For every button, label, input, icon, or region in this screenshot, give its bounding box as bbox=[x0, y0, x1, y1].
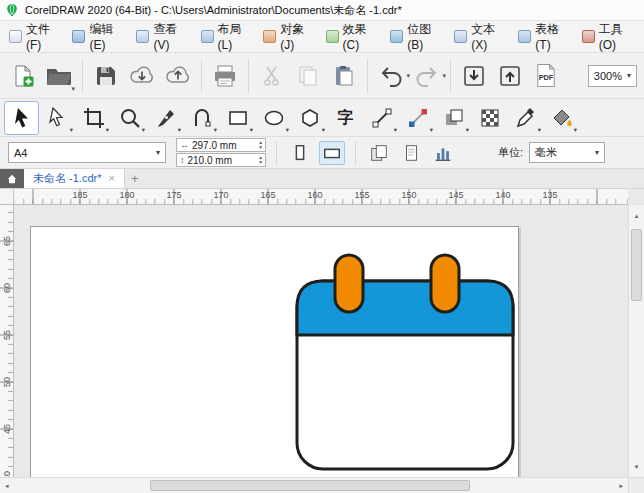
menu-bitmap[interactable]: 位图(B) bbox=[384, 21, 448, 52]
chevron-down-icon[interactable]: ▾ bbox=[574, 127, 577, 134]
transparency-tool-button[interactable] bbox=[472, 101, 507, 135]
chevron-down-icon[interactable]: ▾ bbox=[250, 127, 253, 134]
apply-all-pages-button[interactable] bbox=[366, 141, 392, 165]
landscape-icon bbox=[322, 143, 342, 163]
menu-table[interactable]: 表格(T) bbox=[512, 21, 575, 52]
menu-layout[interactable]: 布局(L) bbox=[195, 21, 258, 52]
dimension-tool-button[interactable]: ▾ bbox=[364, 101, 399, 135]
polygon-tool-button[interactable]: ▾ bbox=[292, 101, 327, 135]
horizontal-ruler[interactable]: 185 180 175 170 165 160 155 150 145 140 … bbox=[14, 189, 628, 205]
redo-button[interactable]: ▾ bbox=[409, 56, 445, 96]
open-document-button[interactable]: ▾ bbox=[41, 56, 77, 96]
page-height-field[interactable]: ↕ 210.0 mm ▴▾ bbox=[176, 153, 266, 167]
calendar-peg-left[interactable] bbox=[335, 255, 363, 312]
chevron-down-icon[interactable]: ▾ bbox=[430, 127, 433, 134]
chevron-down-icon[interactable]: ▾ bbox=[214, 127, 217, 134]
undo-button[interactable]: ▾ bbox=[373, 56, 409, 96]
page-size-select[interactable]: A4 ▾ bbox=[8, 142, 166, 163]
calendar-header[interactable] bbox=[297, 281, 513, 335]
calendar-peg-right[interactable] bbox=[431, 255, 459, 312]
chevron-down-icon[interactable]: ▾ bbox=[322, 127, 325, 134]
units-select[interactable]: 毫米 ▾ bbox=[529, 142, 605, 163]
shadow-tool-button[interactable]: ▾ bbox=[436, 101, 471, 135]
ruler-origin-corner[interactable] bbox=[0, 189, 14, 205]
welcome-home-button[interactable] bbox=[0, 169, 24, 188]
vertical-scroll-thumb[interactable] bbox=[631, 229, 642, 301]
apply-current-page-button[interactable] bbox=[398, 141, 424, 165]
menu-effects[interactable]: 效果(C) bbox=[320, 21, 385, 52]
height-stepper[interactable]: ▴▾ bbox=[259, 155, 262, 166]
horizontal-scrollbar[interactable]: ◂ ▸ bbox=[0, 477, 628, 493]
menu-edit[interactable]: 编辑(E) bbox=[66, 21, 130, 52]
crop-tool-button[interactable]: ▾ bbox=[76, 101, 111, 135]
undo-icon bbox=[379, 65, 403, 87]
eyedropper-tool-button[interactable]: ▾ bbox=[508, 101, 543, 135]
portrait-button[interactable] bbox=[287, 141, 313, 165]
document-tab-label: 未命名 -1.cdr* bbox=[33, 171, 101, 186]
save-button[interactable] bbox=[88, 56, 124, 96]
scroll-up-icon[interactable]: ▴ bbox=[635, 212, 639, 219]
vertical-ruler[interactable]: 65 60 55 50 45 40 bbox=[0, 205, 14, 477]
vertical-scrollbar[interactable]: ▴ ▾ bbox=[628, 205, 644, 477]
menu-tools[interactable]: 工具(O) bbox=[576, 21, 641, 52]
width-stepper[interactable]: ▴▾ bbox=[259, 140, 262, 151]
coreldraw-window: CorelDRAW 2020 (64-Bit) - C:\Users\Admin… bbox=[0, 0, 644, 493]
cut-button[interactable] bbox=[254, 56, 290, 96]
chevron-down-icon[interactable]: ▾ bbox=[106, 127, 109, 134]
pick-tool-button[interactable] bbox=[4, 101, 39, 135]
landscape-button[interactable] bbox=[319, 141, 345, 165]
chevron-down-icon[interactable]: ▾ bbox=[466, 127, 469, 134]
freehand-tool-button[interactable]: ▾ bbox=[148, 101, 183, 135]
document-tab[interactable]: 未命名 -1.cdr* × bbox=[24, 169, 125, 188]
export-button[interactable] bbox=[492, 56, 528, 96]
ellipse-tool-button[interactable]: ▾ bbox=[256, 101, 291, 135]
calendar-drawing[interactable] bbox=[280, 251, 520, 477]
text-tool-button[interactable]: 字 bbox=[328, 101, 363, 135]
chevron-down-icon[interactable]: ▾ bbox=[595, 148, 599, 157]
scroll-down-icon[interactable]: ▾ bbox=[635, 463, 639, 470]
toolbar-separator bbox=[248, 60, 249, 92]
current-page-icon bbox=[401, 143, 421, 163]
menu-view[interactable]: 查看(V) bbox=[130, 21, 194, 52]
close-icon[interactable]: × bbox=[108, 173, 114, 184]
units-label: 单位: bbox=[498, 145, 523, 160]
ruler-label: 60 bbox=[2, 283, 12, 293]
print-button[interactable] bbox=[207, 56, 243, 96]
menu-text[interactable]: 文本(X) bbox=[448, 21, 512, 52]
chevron-down-icon[interactable]: ▾ bbox=[156, 148, 160, 157]
zoom-tool-button[interactable]: ▾ bbox=[112, 101, 147, 135]
canvas[interactable] bbox=[14, 205, 628, 477]
scroll-left-icon[interactable]: ◂ bbox=[5, 482, 9, 489]
interactive-fill-tool-button[interactable]: ▾ bbox=[400, 101, 435, 135]
cloud-download-icon bbox=[129, 65, 155, 86]
horizontal-scroll-thumb[interactable] bbox=[150, 480, 470, 491]
publish-pdf-button[interactable]: PDF bbox=[528, 56, 564, 96]
new-document-tab-button[interactable]: + bbox=[125, 169, 145, 188]
menu-file[interactable]: 文件(F) bbox=[3, 21, 66, 52]
chevron-down-icon[interactable]: ▾ bbox=[538, 127, 541, 134]
chevron-down-icon[interactable]: ▾ bbox=[71, 85, 75, 92]
chevron-down-icon[interactable]: ▾ bbox=[627, 71, 631, 80]
page-width-field[interactable]: ↔ 297.0 mm ▴▾ bbox=[176, 138, 266, 152]
chevron-down-icon[interactable]: ▾ bbox=[70, 127, 73, 134]
menu-object[interactable]: 对象(J) bbox=[257, 21, 319, 52]
shape-tool-button[interactable]: ▾ bbox=[40, 101, 75, 135]
chevron-down-icon[interactable]: ▾ bbox=[394, 127, 397, 134]
chevron-down-icon[interactable]: ▾ bbox=[442, 72, 446, 79]
chevron-down-icon[interactable]: ▾ bbox=[142, 127, 145, 134]
window-title: CorelDRAW 2020 (64-Bit) - C:\Users\Admin… bbox=[25, 3, 402, 18]
import-button[interactable] bbox=[456, 56, 492, 96]
zoom-level-select[interactable]: 300% ▾ bbox=[588, 65, 637, 87]
chevron-down-icon[interactable]: ▾ bbox=[286, 127, 289, 134]
cloud-download-button[interactable] bbox=[124, 56, 160, 96]
bezier-tool-button[interactable]: ▾ bbox=[184, 101, 219, 135]
scroll-right-icon[interactable]: ▸ bbox=[619, 482, 623, 489]
paste-button[interactable] bbox=[326, 56, 362, 96]
fill-tool-button[interactable]: ▾ bbox=[544, 101, 579, 135]
new-document-button[interactable] bbox=[5, 56, 41, 96]
chevron-down-icon[interactable]: ▾ bbox=[178, 127, 181, 134]
drawing-scale-button[interactable] bbox=[430, 141, 456, 165]
rectangle-tool-button[interactable]: ▾ bbox=[220, 101, 255, 135]
cloud-upload-button[interactable] bbox=[160, 56, 196, 96]
copy-button[interactable] bbox=[290, 56, 326, 96]
